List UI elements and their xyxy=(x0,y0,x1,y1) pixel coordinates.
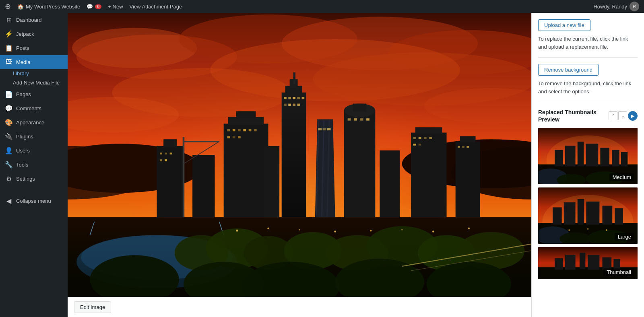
main-image-container xyxy=(68,13,531,297)
svg-rect-142 xyxy=(588,255,600,270)
svg-rect-65 xyxy=(238,136,241,138)
users-icon: 👤 xyxy=(5,147,13,154)
new-content-link[interactable]: + New xyxy=(108,4,123,10)
svg-rect-44 xyxy=(288,104,291,106)
edit-image-button[interactable]: Edit Image xyxy=(74,301,111,313)
svg-rect-47 xyxy=(344,110,376,217)
sidebar-item-wrap-appearance: 🎨 Appearance xyxy=(0,115,68,130)
svg-rect-81 xyxy=(264,146,279,217)
sidebar-item-appearance[interactable]: 🎨 Appearance xyxy=(0,115,68,130)
user-menu[interactable]: Howdy, Randy R xyxy=(593,2,639,11)
svg-rect-62 xyxy=(254,129,257,132)
svg-rect-71 xyxy=(323,128,326,131)
sidebar-item-comments[interactable]: 💬 Comments xyxy=(0,101,68,115)
svg-rect-116 xyxy=(600,148,609,167)
sidebar-item-posts[interactable]: 📋 Posts xyxy=(0,41,68,55)
svg-rect-79 xyxy=(380,150,400,217)
svg-rect-94 xyxy=(165,152,167,154)
svg-rect-117 xyxy=(612,150,619,167)
site-name-link[interactable]: 🏠 My WordPress Website xyxy=(17,4,80,10)
svg-rect-128 xyxy=(586,202,599,225)
svg-rect-139 xyxy=(555,258,563,270)
thumbnails-expand-button[interactable]: ⌄ xyxy=(618,111,627,120)
dashboard-icon: ⊞ xyxy=(5,16,13,24)
sidebar-item-wrap-pages: 📄 Pages xyxy=(0,87,68,101)
svg-point-89 xyxy=(370,230,372,231)
remove-background-button[interactable]: Remove background xyxy=(538,64,599,76)
sidebar-item-wrap-comments: 💬 Comments xyxy=(0,101,68,115)
svg-rect-97 xyxy=(165,159,167,161)
sidebar-item-tools[interactable]: 🔧 Tools xyxy=(0,158,68,172)
sidebar-item-wrap-collapse: ◀ Collapse menu xyxy=(0,194,68,208)
svg-point-91 xyxy=(432,231,434,232)
svg-rect-80 xyxy=(192,155,215,217)
thumbnails-action-button[interactable]: ▶ xyxy=(628,111,638,121)
svg-rect-45 xyxy=(293,104,295,106)
image-area: Edit Image xyxy=(68,13,531,317)
sidebar-item-media[interactable]: 🖼 Media xyxy=(0,55,68,69)
svg-rect-102 xyxy=(413,144,416,145)
svg-rect-41 xyxy=(297,97,300,99)
upload-section: Upload a new file To replace the current… xyxy=(538,19,638,58)
svg-point-90 xyxy=(401,229,402,230)
comments-link[interactable]: 💬 0 xyxy=(87,4,101,10)
right-panel: Upload a new file To replace the current… xyxy=(531,13,644,317)
svg-point-86 xyxy=(267,228,269,229)
svg-rect-38 xyxy=(284,97,287,99)
svg-rect-100 xyxy=(424,137,427,139)
svg-rect-57 xyxy=(227,129,230,132)
svg-rect-49 xyxy=(353,104,366,112)
svg-rect-76 xyxy=(415,127,442,134)
view-attachment-link[interactable]: View Attachment Page xyxy=(130,4,182,10)
svg-rect-56 xyxy=(236,111,256,118)
svg-rect-43 xyxy=(284,104,287,106)
sidebar-item-plugins[interactable]: 🔌 Plugins xyxy=(0,130,68,144)
svg-rect-143 xyxy=(603,257,612,270)
upload-new-file-button[interactable]: Upload a new file xyxy=(538,19,590,31)
svg-rect-51 xyxy=(354,118,357,121)
svg-point-3 xyxy=(72,28,197,68)
wp-logo-icon[interactable]: ⊕ xyxy=(5,2,11,11)
sidebar-item-pages[interactable]: 📄 Pages xyxy=(0,87,68,101)
pages-icon: 📄 xyxy=(5,91,13,98)
sidebar-item-jetpack[interactable]: ⚡ Jetpack xyxy=(0,27,68,41)
appearance-icon: 🎨 xyxy=(5,119,13,126)
svg-rect-105 xyxy=(462,146,464,148)
sidebar-item-users[interactable]: 👤 Users xyxy=(0,144,68,158)
jetpack-icon: ⚡ xyxy=(5,30,13,38)
svg-rect-114 xyxy=(578,142,584,167)
sidebar-sub-item-library[interactable]: Library xyxy=(0,69,68,78)
svg-rect-60 xyxy=(243,129,246,132)
svg-rect-103 xyxy=(419,144,421,145)
posts-icon: 📋 xyxy=(5,44,13,52)
svg-rect-140 xyxy=(565,255,576,270)
sidebar-item-settings[interactable]: ⚙ Settings xyxy=(0,172,68,186)
svg-point-135 xyxy=(587,228,588,230)
sidebar-item-dashboard[interactable]: ⊞ Dashboard xyxy=(0,13,68,27)
svg-rect-63 xyxy=(227,136,230,138)
svg-rect-96 xyxy=(160,159,162,161)
sidebar-item-collapse[interactable]: ◀ Collapse menu xyxy=(0,194,68,208)
svg-point-136 xyxy=(606,229,607,231)
svg-rect-70 xyxy=(318,128,322,131)
svg-point-85 xyxy=(236,230,238,231)
svg-point-92 xyxy=(468,228,470,229)
sidebar-item-wrap-posts: 📋 Posts xyxy=(0,41,68,55)
sidebar-item-wrap-users: 👤 Users xyxy=(0,144,68,158)
thumbnails-controls: ⌃ ⌄ ▶ xyxy=(609,111,638,121)
svg-rect-75 xyxy=(411,133,447,217)
thumbnails-collapse-button[interactable]: ⌃ xyxy=(609,111,617,120)
svg-rect-141 xyxy=(580,253,585,270)
svg-rect-42 xyxy=(302,97,305,99)
upload-description: To replace the current file, click the l… xyxy=(538,35,638,51)
thumbnails-section: Replaced Thumbnails Preview ⌃ ⌄ ▶ xyxy=(538,109,638,289)
thumbnail-item-thumbnail: Thumbnail xyxy=(538,247,638,279)
svg-point-87 xyxy=(299,229,300,230)
svg-rect-54 xyxy=(224,124,268,217)
sidebar-sub-item-add-new[interactable]: Add New Media File xyxy=(0,78,68,87)
svg-rect-53 xyxy=(366,118,369,121)
sidebar-item-wrap-media: 🖼 Media Library Add New Media File xyxy=(0,55,68,87)
thumbnail-medium-label: Medium xyxy=(609,173,634,181)
home-icon: 🏠 xyxy=(17,4,24,10)
svg-rect-50 xyxy=(348,118,351,121)
